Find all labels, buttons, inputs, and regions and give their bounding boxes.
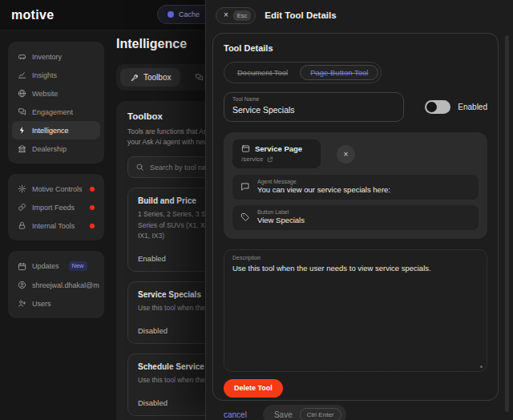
- gear-icon: [18, 184, 26, 193]
- sidebar-item-insights[interactable]: Insights: [12, 66, 100, 84]
- drawer-header: × Esc Edit Tool Details: [206, 0, 513, 30]
- sidebar-admin-group: Motive Controls Import Feeds Internal To…: [8, 174, 104, 240]
- sidebar-item-inventory[interactable]: Inventory: [12, 47, 100, 66]
- sidebar-item-label: Internal Tools: [32, 222, 75, 230]
- sidebar-item-label: Website: [32, 90, 58, 98]
- car-icon: [18, 52, 26, 61]
- save-shortcut-hint: Ctrl Enter: [300, 408, 341, 420]
- tool-name-input[interactable]: [232, 104, 395, 115]
- sidebar-item-users[interactable]: Users: [12, 294, 100, 313]
- notification-dot: [90, 187, 95, 192]
- resize-handle[interactable]: [480, 365, 483, 368]
- external-link-icon[interactable]: [267, 156, 273, 163]
- remove-page-button[interactable]: ×: [337, 145, 355, 164]
- drawer-title: Edit Tool Details: [265, 10, 336, 20]
- drawer-footer: cancel Save Ctrl Enter: [224, 405, 487, 420]
- description-field[interactable]: Description Use this tool when the user …: [224, 249, 487, 372]
- link-icon: [18, 203, 26, 212]
- service-page-chip[interactable]: Service Page /service: [232, 139, 321, 168]
- button-label-value: View Specials: [257, 216, 305, 224]
- agent-message-field[interactable]: Agent Message You can view our service s…: [232, 175, 479, 200]
- agent-message-value: You can view our service specials here:: [257, 185, 390, 194]
- sidebar-item-internal-tools[interactable]: Internal Tools: [12, 216, 100, 235]
- edit-tool-drawer: × Esc Edit Tool Details Tool Details Doc…: [205, 0, 513, 420]
- search-icon: [135, 163, 144, 172]
- close-icon: ×: [224, 11, 228, 19]
- globe-icon: [18, 89, 26, 98]
- sidebar-item-motive-controls[interactable]: Motive Controls: [12, 180, 100, 198]
- tool-name-label: Tool Name: [232, 96, 395, 102]
- close-drawer-button[interactable]: × Esc: [216, 7, 256, 24]
- tools-icon: [130, 73, 139, 82]
- page-button-group: Service Page /service × Agent Message Yo…: [224, 132, 487, 239]
- sidebar-item-updates[interactable]: UpdatesNew: [12, 256, 100, 276]
- sidebar-item-intelligence[interactable]: Intelligence: [12, 121, 100, 139]
- agent-message-label: Agent Message: [257, 179, 390, 184]
- esc-key-hint: Esc: [233, 10, 252, 21]
- tab-page-button-tool[interactable]: Page Button Tool: [300, 65, 378, 80]
- building-icon: [18, 144, 26, 153]
- sidebar-item-engagement[interactable]: Engagement: [12, 103, 100, 121]
- sidebar-item-label: Updates: [32, 262, 59, 270]
- sidebar-nav-group: Inventory Insights Website Engagement In…: [8, 42, 104, 164]
- close-icon: ×: [344, 150, 349, 159]
- enabled-toggle[interactable]: [425, 100, 450, 114]
- sidebar-item-dealership[interactable]: Dealership: [12, 139, 100, 158]
- motive-logo: motive: [11, 8, 54, 22]
- sidebar-item-label: Dealership: [32, 145, 67, 153]
- sidebar-item-account-email[interactable]: shreejwal.dhakal@m: [12, 276, 100, 294]
- page-chip-row: Service Page /service ×: [232, 139, 479, 168]
- button-label-label: Button Label: [257, 209, 305, 215]
- app-root: motive Cache Inventory Insights Website …: [0, 0, 513, 420]
- tool-details-heading: Tool Details: [224, 43, 487, 53]
- tab-toolbox[interactable]: Toolbox: [120, 68, 180, 87]
- status-dot-icon: [168, 11, 174, 18]
- sidebar-item-label: Inventory: [32, 53, 62, 61]
- tool-type-segmented-control: Document Tool Page Button Tool: [224, 62, 382, 83]
- person-icon: [18, 281, 26, 289]
- notification-dot: [90, 205, 95, 210]
- sidebar-item-label: Users: [32, 300, 51, 308]
- sidebar-item-website[interactable]: Website: [12, 84, 100, 103]
- tool-details-card: Tool Details Document Tool Page Button T…: [212, 33, 499, 401]
- description-label: Description: [232, 255, 479, 260]
- cancel-button[interactable]: cancel: [224, 410, 247, 419]
- page-chip-title: Service Page: [255, 144, 302, 153]
- sidebar: Inventory Insights Website Engagement In…: [8, 42, 104, 329]
- sidebar-item-import-feeds[interactable]: Import Feeds: [12, 198, 100, 216]
- notification-dot: [90, 224, 95, 228]
- chart-icon: [18, 71, 26, 79]
- new-badge: New: [69, 261, 87, 271]
- tool-name-row: Tool Name Enabled: [224, 92, 487, 122]
- drawer-scrollbar[interactable]: [505, 35, 509, 412]
- save-button[interactable]: Save Ctrl Enter: [263, 405, 346, 420]
- user-plus-icon: [18, 299, 26, 308]
- tool-name-field[interactable]: Tool Name: [224, 92, 404, 122]
- sidebar-item-label: Engagement: [32, 108, 73, 116]
- tab-document-tool[interactable]: Document Tool: [227, 65, 298, 80]
- delete-tool-button[interactable]: Delete Tool: [224, 379, 283, 398]
- save-button-label: Save: [274, 410, 293, 419]
- sidebar-account-group: UpdatesNew shreejwal.dhakal@m Users: [8, 251, 104, 318]
- sidebar-item-label: Motive Controls: [32, 185, 83, 193]
- toggle-knob: [426, 102, 437, 112]
- lock-icon: [18, 221, 26, 230]
- sidebar-item-label: shreejwal.dhakal@m: [32, 281, 99, 289]
- sidebar-item-label: Import Feeds: [32, 204, 75, 212]
- cache-button-label: Cache: [179, 10, 200, 18]
- message-icon: [240, 182, 250, 192]
- lightning-icon: [18, 126, 26, 135]
- enabled-toggle-label: Enabled: [458, 103, 487, 111]
- page-window-icon: [241, 144, 250, 153]
- chats-icon: [195, 73, 204, 82]
- tag-icon: [240, 212, 250, 222]
- description-textarea[interactable]: Use this tool when the user needs to vie…: [232, 263, 479, 364]
- chat-icon: [18, 107, 26, 116]
- tab-label: Toolbox: [143, 73, 171, 82]
- button-label-field[interactable]: Button Label View Specials: [232, 205, 479, 230]
- sidebar-item-label: Intelligence: [32, 127, 69, 135]
- page-chip-path: /service: [241, 155, 264, 163]
- sidebar-item-label: Insights: [32, 71, 57, 79]
- calendar-icon: [18, 262, 26, 271]
